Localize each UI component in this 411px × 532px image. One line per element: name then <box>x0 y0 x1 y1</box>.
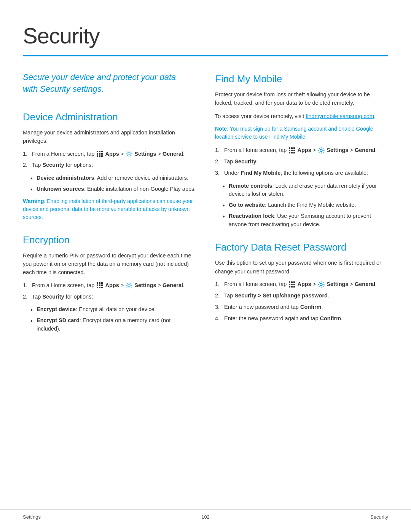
encryption-steps: 1. From a Home screen, tap <box>23 281 196 301</box>
bullet-term: Device administrators <box>37 175 94 181</box>
device-admin-bullets: Device administrators: Add or remove dev… <box>30 174 196 193</box>
bullet-desc: : Launch the Find My Mobile website. <box>265 202 356 208</box>
step-text: Enter the new password again and tap Con… <box>224 315 388 323</box>
note-text: Note: You must sign up for a Samsung acc… <box>215 125 388 141</box>
svg-rect-25 <box>293 150 295 151</box>
factory-reset-steps: 1. From a Home screen, tap <box>215 280 388 323</box>
step-number: 2. <box>215 158 223 166</box>
step-item: 1. From a Home screen, tap <box>23 150 196 158</box>
step-number: 1. <box>215 280 223 289</box>
tagline: Secure your device and protect your data… <box>23 72 183 95</box>
bullet-term: Unknown sources <box>37 186 84 192</box>
svg-rect-8 <box>101 155 103 157</box>
bullet-item: Go to website: Launch the Find My Mobile… <box>223 201 388 209</box>
page-footer: Settings 102 Security <box>0 509 411 521</box>
device-admin-intro: Manage your device administrators and ap… <box>23 128 196 145</box>
find-my-mobile-bullets: Remote controls: Lock and erase your dat… <box>223 182 388 229</box>
apps-icon <box>288 147 295 154</box>
svg-rect-18 <box>101 287 103 288</box>
svg-rect-27 <box>291 152 293 153</box>
apps-label: Apps <box>105 151 119 157</box>
step-number: 2. <box>215 292 223 300</box>
find-my-mobile-steps: 1. From a Home screen, tap <box>215 146 388 177</box>
footer-right: Security <box>370 513 388 521</box>
title-divider <box>23 55 388 56</box>
bullet-term: Encrypt device <box>37 306 76 312</box>
step-item: 4. Enter the new password again and tap … <box>215 315 388 323</box>
device-admin-title: Device Administration <box>23 110 196 125</box>
step-item: 3. Enter a new password and tap Confirm. <box>215 303 388 312</box>
fmm-label: Find My Mobile <box>241 170 281 176</box>
footer-left: Settings <box>23 513 41 521</box>
device-admin-warning: Warning: Enabling installation of third-… <box>23 197 196 221</box>
bullet-item: Device administrators: Add or remove dev… <box>30 174 196 182</box>
bullet-term: Go to website <box>229 202 265 208</box>
settings-icon <box>318 281 325 288</box>
visit-link[interactable]: findmymobile.samsung.com <box>306 113 374 119</box>
step-text: Tap Security > Set up/change password. <box>224 292 388 300</box>
confirm-label: Confirm <box>300 304 322 310</box>
svg-rect-35 <box>293 284 295 285</box>
encryption-section: Encryption Require a numeric PIN or pass… <box>23 233 196 333</box>
step-number: 2. <box>23 161 30 169</box>
svg-rect-37 <box>291 286 293 288</box>
step-number: 1. <box>23 281 30 290</box>
main-content: Secure your device and protect your data… <box>23 72 388 345</box>
warning-label: Warning <box>23 198 44 204</box>
step-text: From a Home screen, tap <box>224 146 388 155</box>
step-text: From a Home screen, tap <box>32 281 196 290</box>
step-number: 1. <box>215 146 223 155</box>
factory-reset-title: Factory Data Reset Password <box>215 240 388 255</box>
svg-rect-2 <box>101 151 103 152</box>
step-number: 1. <box>23 150 30 158</box>
apps-label: Apps <box>105 282 119 288</box>
settings-icon <box>126 282 132 289</box>
apps-icon <box>288 281 295 288</box>
bullet-desc: : Enable installation of non-Google Play… <box>84 186 196 192</box>
bullet-item: Encrypt device: Encrypt all data on your… <box>30 305 196 314</box>
device-admin-section: Device Administration Manage your device… <box>23 110 196 221</box>
step-text: Under Find My Mobile, the following opti… <box>224 169 388 177</box>
bullet-item: Encrypt SD card: Encrypt data on a memor… <box>30 316 196 333</box>
svg-point-9 <box>128 153 130 155</box>
bullet-desc: : Encrypt all data on your device. <box>76 306 156 312</box>
step-item: 2. Tap Security for options: <box>23 293 196 301</box>
general-label: General <box>355 281 375 287</box>
svg-rect-26 <box>289 152 290 153</box>
factory-reset-section: Factory Data Reset Password Use this opt… <box>215 240 388 323</box>
general-label: General <box>355 147 375 153</box>
security-label: Security <box>42 162 64 168</box>
bullet-term: Reactivation lock <box>229 213 274 219</box>
bullet-desc: : Add or remove device administrators. <box>94 175 188 181</box>
svg-rect-22 <box>293 147 295 149</box>
apps-label: Apps <box>297 281 311 287</box>
bullet-item: Reactivation lock: Use your Samsung acco… <box>223 212 388 229</box>
step-text: From a Home screen, tap <box>32 150 196 158</box>
svg-rect-5 <box>101 153 103 155</box>
step-text: Tap Security. <box>224 158 388 166</box>
visit-text: To access your device remotely, visit fi… <box>215 112 388 120</box>
settings-label: Settings <box>327 147 348 153</box>
find-my-mobile-section: Find My Mobile Protect your device from … <box>215 72 388 228</box>
bullet-term: Remote controls <box>229 183 272 189</box>
bullet-item: Remote controls: Lock and erase your dat… <box>223 182 388 199</box>
svg-point-29 <box>320 149 322 152</box>
svg-rect-15 <box>101 284 103 286</box>
svg-rect-30 <box>289 281 290 283</box>
settings-label: Settings <box>327 281 348 287</box>
security-label: Security <box>234 158 256 165</box>
bullet-item: Unknown sources: Enable installation of … <box>30 185 196 193</box>
svg-rect-33 <box>289 284 290 285</box>
svg-rect-23 <box>289 150 290 151</box>
svg-rect-16 <box>97 287 98 288</box>
step-item: 1. From a Home screen, tap <box>215 146 388 155</box>
step-number: 2. <box>23 293 30 301</box>
svg-rect-10 <box>97 282 98 284</box>
step-item: 2. Tap Security > Set up/change password… <box>215 292 388 300</box>
svg-rect-1 <box>99 151 100 152</box>
step-text: From a Home screen, tap <box>224 280 388 289</box>
security-set-label: Security > Set up/change password <box>234 292 328 299</box>
right-column: Find My Mobile Protect your device from … <box>215 72 388 345</box>
device-admin-steps: 1. From a Home screen, tap <box>23 150 196 170</box>
step-text: Tap Security for options: <box>32 293 196 301</box>
